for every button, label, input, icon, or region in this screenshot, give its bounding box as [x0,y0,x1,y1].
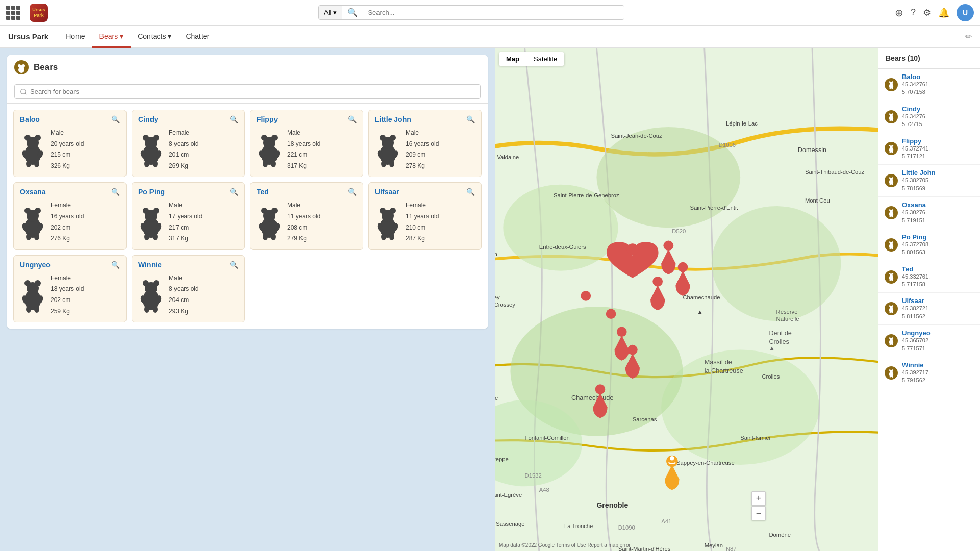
bear-card-body: Male 11 years old 208 cm 279 Kg [257,200,357,244]
bear-card-search-icon[interactable]: 🔍 [230,115,238,123]
subnav-chatter[interactable]: Chatter [179,26,216,48]
svg-point-40 [26,233,31,240]
bear-list-item[interactable]: Ted 45.332761,5.717158 [878,261,980,293]
bear-card-search-icon[interactable]: 🔍 [111,261,120,269]
bear-list-name[interactable]: Ungnyeo [902,329,931,337]
bear-card[interactable]: Po Ping 🔍 Male 17 years old 217 cm 317 K… [132,182,245,249]
svg-point-166 [892,152,893,153]
zoom-in-button[interactable]: + [751,491,766,506]
svg-text:Dent de: Dent de [769,330,791,337]
zoom-out-button[interactable]: − [751,506,766,520]
svg-text:Grenoble: Grenoble [596,501,628,509]
bear-list-item[interactable]: Ulfsaar 45.382721,5.811562 [878,293,980,325]
bear-age: 11 years old [287,211,320,222]
bear-list-item[interactable]: Little John 45.382705,5.781569 [878,165,980,197]
bear-list-name[interactable]: Ted [902,265,930,273]
bear-card-name[interactable]: Cindy [138,115,158,123]
bear-card[interactable]: Oxsana 🔍 Female 16 years old 202 cm 276 … [13,182,127,249]
avatar[interactable]: U [957,4,974,21]
svg-point-142 [606,309,616,319]
bear-list-name[interactable]: Little John [902,169,936,177]
search-input[interactable] [363,6,624,19]
bear-list-item[interactable]: Ungnyeo 45.365702,5.771571 [878,325,980,357]
bear-card-search-icon[interactable]: 🔍 [348,188,357,196]
bear-card-name[interactable]: Po Ping [138,188,165,196]
bear-card-name[interactable]: Baloo [20,115,40,123]
bear-card[interactable]: Flippy 🔍 Male 18 years old 221 cm 317 Kg [250,110,363,177]
bear-card[interactable]: Cindy 🔍 Female 8 years old 201 cm 269 Kg [132,110,245,177]
bear-card-body: Male 8 years old 204 cm 293 Kg [138,273,238,317]
bears-search-input[interactable] [14,84,481,99]
bear-list-item[interactable]: Flippy 45.372741,5.717121 [878,133,980,165]
bear-card-search-icon[interactable]: 🔍 [111,115,120,123]
subnav-home[interactable]: Home [59,26,92,48]
bear-list-name[interactable]: Ulfsaar [902,297,930,305]
svg-point-38 [24,208,31,214]
bear-card-search-icon[interactable]: 🔍 [111,188,120,196]
bear-card-search-icon[interactable]: 🔍 [230,261,238,269]
bear-card-search-icon[interactable]: 🔍 [466,188,475,196]
bear-card-search-icon[interactable]: 🔍 [466,115,475,123]
svg-point-56 [263,233,268,240]
help-icon[interactable]: ? [911,7,916,18]
bear-list-info: Baloo 45.342761,5.707158 [902,73,930,96]
bear-card-name[interactable]: Little John [375,115,411,123]
svg-text:Domessin: Domessin [798,146,826,154]
bear-age: 18 years old [287,139,320,150]
bear-list-item[interactable]: Po Ping 45.372708,5.801563 [878,229,980,261]
bear-card-name[interactable]: Ted [257,188,269,196]
bear-list-item[interactable]: Oxsana 45.30276,5.719151 [878,197,980,229]
edit-icon[interactable]: ✏ [965,32,972,41]
svg-text:Domène: Domène [769,532,791,538]
svg-text:cherin: cherin [495,251,497,257]
svg-point-188 [892,273,893,275]
bear-pin-5[interactable] [606,309,616,319]
bear-list-item[interactable]: Baloo 45.342761,5.707158 [878,69,980,101]
bear-card[interactable]: Little John 🔍 Male 16 years old 209 cm 2… [368,110,482,177]
bear-card[interactable]: Ungnyeo 🔍 Female 18 years old 202 cm 259… [13,255,127,322]
bear-silhouette [20,205,45,240]
bear-card-search-icon[interactable]: 🔍 [348,115,357,123]
bear-list-name[interactable]: Winnie [902,361,930,369]
svg-text:Crolles: Crolles [762,373,780,380]
bear-card[interactable]: Winnie 🔍 Male 8 years old 204 cm 293 Kg [132,255,245,322]
app-logo[interactable]: Ursus Park [30,4,48,22]
search-filter-dropdown[interactable]: All ▾ [319,6,342,19]
bears-search-wrap [7,80,488,104]
bear-list-name[interactable]: Baloo [902,73,930,81]
bear-card-name[interactable]: Ulfsaar [375,188,399,196]
bear-list-name[interactable]: Po Ping [902,233,930,241]
bear-card-name[interactable]: Winnie [138,261,162,269]
bear-list-info: Winnie 45.392717,5.791562 [902,361,930,385]
bear-card-name[interactable]: Flippy [257,115,278,123]
subnav-bears[interactable]: Bears ▾ [92,26,131,48]
bear-list-item[interactable]: Cindy 45.34276,5.72715 [878,101,980,133]
bear-age: 16 years old [51,211,84,222]
svg-text:▲: ▲ [697,309,703,315]
bear-pin-8[interactable] [581,291,591,301]
settings-icon[interactable]: ⚙ [923,7,931,18]
bear-card-search-icon[interactable]: 🔍 [230,188,238,196]
bear-list-name[interactable]: Oxsana [902,201,927,209]
add-icon[interactable]: ⊕ [895,7,903,19]
bear-card[interactable]: Ted 🔍 Male 11 years old 208 cm 279 Kg [250,182,363,249]
bear-list-item[interactable]: Winnie 45.392717,5.791562 [878,357,980,389]
bear-card[interactable]: Ulfsaar 🔍 Female 11 years old 210 cm 287… [368,182,482,249]
grid-icon[interactable] [6,6,20,20]
svg-point-159 [890,119,891,121]
svg-text:Saint-Egrève: Saint-Egrève [495,492,522,498]
subnav-contacts[interactable]: Contacts ▾ [131,26,179,48]
bear-card[interactable]: Baloo 🔍 Male 20 years old 215 cm 326 Kg [13,110,127,177]
bear-list-name[interactable]: Flippy [902,137,930,145]
svg-point-30 [380,135,386,141]
notifications-icon[interactable]: 🔔 [938,7,949,18]
map-tab-map[interactable]: Map [499,52,526,66]
bear-list-icon [885,110,898,123]
bear-silhouette [20,277,45,313]
map-tab-satellite[interactable]: Satellite [526,52,564,66]
bear-card-name[interactable]: Ungnyeo [20,261,51,269]
bear-list-name[interactable]: Cindy [902,105,927,113]
bear-card-name[interactable]: Oxsana [20,188,46,196]
bear-card-body: Male 20 years old 215 cm 326 Kg [20,128,120,171]
bear-gender: Male [406,128,439,139]
